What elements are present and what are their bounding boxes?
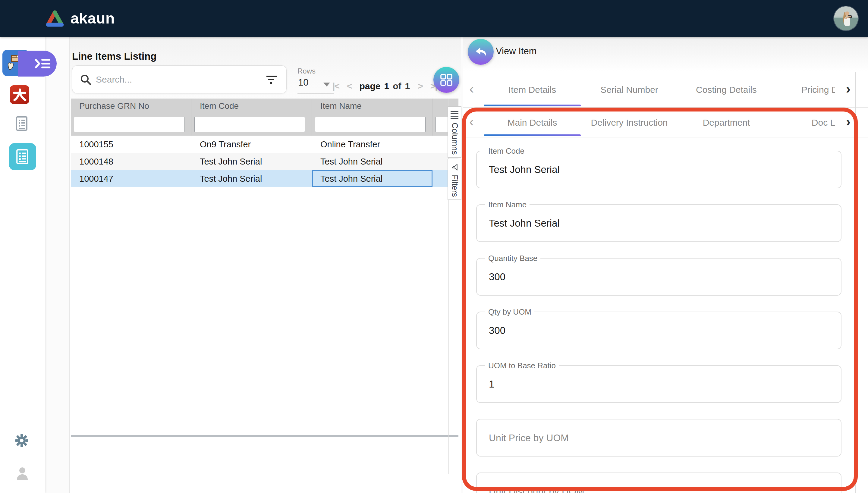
search-input[interactable] [96, 66, 259, 93]
table-row[interactable]: 1000148 Test John Serial Test John Seria… [71, 153, 458, 170]
field-label: Item Code [485, 147, 527, 156]
tab-item-details-active[interactable]: Item Details [484, 72, 581, 107]
column-header-item-name[interactable]: Item Name [312, 99, 433, 114]
field-label: Qty by UOM [485, 307, 534, 317]
table-filter-row [71, 114, 458, 135]
tab-label: Serial Number [600, 85, 658, 95]
rows-per-page-label: Rows [298, 67, 316, 75]
list-doc-active-icon [15, 149, 30, 165]
view-item-panel: View Item ‹ Item Details Serial Number C… [463, 37, 868, 493]
grid-icon [440, 73, 453, 86]
first-page-button[interactable]: |< [332, 81, 339, 91]
cell-item-name-selected[interactable]: Test John Serial [312, 170, 433, 187]
avatar-photo-icon [834, 6, 859, 31]
subtabs-scroll-right-icon[interactable]: › [846, 114, 850, 128]
field-label: UOM to Base Ratio [485, 361, 559, 370]
back-button[interactable] [468, 39, 494, 65]
triangle-logo-icon [45, 9, 65, 27]
list-doc-icon [15, 116, 29, 131]
next-page-button[interactable]: > [418, 81, 422, 91]
cell-purchase-grn-no[interactable]: 1000148 [71, 153, 191, 170]
subtab-department[interactable]: Department [678, 108, 775, 137]
sidebar-item-line-items-listing-active[interactable] [9, 143, 36, 170]
user-profile-icon[interactable] [16, 467, 29, 481]
panel-scrollbar[interactable] [855, 72, 856, 493]
table-row[interactable]: 1000155 On9 Transfer Online Transfer [71, 135, 458, 153]
cell-purchase-grn-no[interactable]: 1000155 [71, 136, 191, 153]
field-label: Item Name [485, 200, 529, 210]
columns-side-tab[interactable]: Columns [448, 106, 461, 157]
column-header-item-code[interactable]: Item Code [191, 99, 312, 114]
red-dai-icon [13, 88, 26, 102]
field-value: 1 [489, 379, 494, 390]
subtabs-row: ‹ Main Details Delivery Instruction Depa… [463, 108, 868, 137]
unit-discount-by-uom-field[interactable]: Unit Discount by UOM [476, 472, 842, 493]
item-tabs-row: ‹ Item Details Serial Number Costing Det… [463, 72, 868, 108]
filter-input-item-code[interactable] [194, 117, 305, 132]
tab-label: Item Details [508, 85, 556, 95]
page-word: page [359, 81, 381, 91]
filter-input-item-name[interactable] [315, 117, 426, 132]
page-current: 1 [384, 81, 389, 91]
item-code-field[interactable]: Item Code Test John Serial [476, 151, 842, 188]
page-of-word: of [393, 81, 401, 91]
subtabs-scroll-left-icon[interactable]: ‹ [469, 114, 474, 128]
tab-costing-details[interactable]: Costing Details [678, 72, 775, 107]
filters-tab-label: Filters [450, 175, 459, 197]
grid-view-button[interactable] [433, 67, 459, 93]
sidebar-item-red-dai-app[interactable] [10, 85, 29, 104]
brand-name: akaun [70, 9, 115, 27]
rows-select-underline [298, 93, 334, 93]
field-value: 300 [489, 325, 505, 336]
subtab-delivery-instruction[interactable]: Delivery Instruction [581, 108, 678, 137]
filter-input-purchase-grn-no[interactable] [74, 117, 185, 132]
filter-funnel-icon [451, 163, 458, 171]
cell-item-name[interactable]: Online Transfer [312, 136, 433, 153]
tabs-scroll-right-icon[interactable]: › [846, 82, 850, 95]
tabs-scroll-left-icon[interactable]: ‹ [469, 82, 474, 95]
search-icon [80, 74, 92, 86]
dropdown-caret-icon[interactable] [323, 83, 330, 86]
prev-page-button[interactable]: < [347, 81, 352, 91]
column-header-purchase-grn-no[interactable]: Purchase GRN No [71, 99, 191, 114]
subtab-main-details-active[interactable]: Main Details [484, 108, 581, 137]
item-name-field[interactable]: Item Name Test John Serial [476, 204, 842, 242]
top-navbar: akaun [0, 0, 868, 37]
sidebar-item-forms-list[interactable] [15, 116, 29, 132]
back-arrow-icon [473, 44, 488, 59]
settings-gear-icon[interactable] [15, 434, 29, 449]
sidebar-toggle-button[interactable] [18, 51, 57, 77]
cell-item-code[interactable]: On9 Transfer [191, 136, 312, 153]
qty-by-uom-field[interactable]: Qty by UOM 300 [476, 312, 842, 349]
rows-per-page-select[interactable]: 10 [298, 77, 308, 88]
line-items-listing-card: Line Items Listing Rows 10 |< < page 1 o… [69, 37, 461, 493]
sidebar-toggle-icon [34, 58, 51, 70]
tab-pricing-details[interactable]: Pricing Det [775, 72, 835, 107]
search-bar [72, 65, 287, 93]
app-root: akaun [0, 0, 868, 493]
active-tab-underline [484, 105, 581, 106]
cell-purchase-grn-no[interactable]: 1000147 [71, 170, 191, 187]
table-header-row: Purchase GRN No Item Code Item Name [71, 99, 458, 114]
left-sidebar [0, 37, 45, 493]
uom-to-base-ratio-field[interactable]: UOM to Base Ratio 1 [476, 365, 842, 403]
quantity-base-field[interactable]: Quantity Base 300 [476, 258, 842, 296]
cell-item-name[interactable]: Test John Serial [312, 153, 433, 170]
columns-tab-label: Columns [450, 123, 459, 155]
sort-filter-icon[interactable] [266, 75, 278, 85]
table-row-selected[interactable]: 1000147 Test John Serial Test John Seria… [71, 170, 458, 187]
user-avatar[interactable] [833, 6, 859, 31]
brand-logo: akaun [45, 0, 115, 37]
field-label: Quantity Base [485, 254, 540, 263]
field-label: Unit Discount by UOM [489, 486, 584, 493]
table-horizontal-scrollbar[interactable] [71, 435, 458, 437]
cell-item-code[interactable]: Test John Serial [191, 170, 312, 187]
unit-price-by-uom-field[interactable]: Unit Price by UOM [476, 419, 842, 456]
cell-item-code[interactable]: Test John Serial [191, 153, 312, 170]
pagination: |< < page 1 of 1 > >| [332, 79, 437, 93]
subtabs-strip: Main Details Delivery Instruction Depart… [484, 108, 835, 137]
tab-serial-number[interactable]: Serial Number [581, 72, 678, 107]
active-subtab-underline [484, 134, 581, 136]
subtab-doc-link[interactable]: Doc L [775, 108, 835, 137]
filters-side-tab[interactable]: Filters [448, 159, 461, 200]
